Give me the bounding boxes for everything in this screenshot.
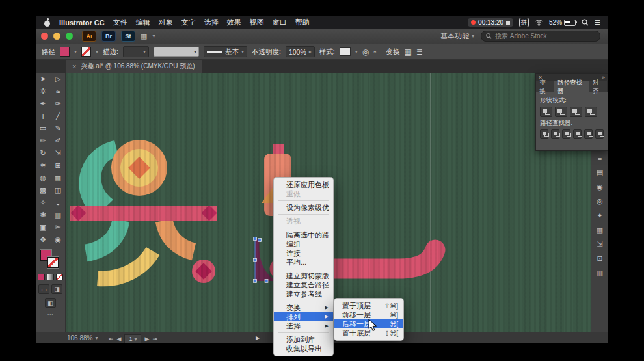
context-menu-item-collect-for-export[interactable]: 收集以导出 (274, 344, 333, 353)
trim-button[interactable] (551, 129, 559, 139)
blend-tool-icon[interactable]: ◒ (51, 196, 66, 209)
context-menu-item-add-to-library[interactable]: 添加到库 (274, 335, 333, 344)
context-menu-item-transform[interactable]: 变换▶ (274, 303, 333, 312)
direct-selection-tool-icon[interactable]: ▷ (51, 73, 66, 85)
menubar-menu-0[interactable]: 文件 (113, 18, 127, 27)
context-menu-item-make-compound-path[interactable]: 建立复合路径 (274, 280, 333, 289)
column-graph-tool-icon[interactable]: ▥ (51, 209, 66, 221)
distribute-icon[interactable]: ≣ (416, 47, 423, 57)
context-menu-item-join[interactable]: 连接 (274, 248, 333, 258)
context-menu-item-average[interactable]: 平均... (274, 258, 333, 267)
fill-color-swatch[interactable] (60, 47, 70, 57)
input-method-icon[interactable]: 拼 (519, 18, 529, 27)
spotlight-icon[interactable] (582, 19, 589, 26)
rotate-tool-icon[interactable]: ↻ (36, 147, 51, 159)
hand-tool-icon[interactable]: ✥ (36, 234, 51, 246)
symbol-sprayer-tool-icon[interactable]: ❃ (36, 209, 51, 221)
artboard-tool-icon[interactable]: ▣ (36, 221, 51, 234)
intersect-button[interactable] (570, 107, 582, 117)
shaper-tool-icon[interactable]: ✐ (51, 135, 66, 147)
curvature-tool-icon[interactable]: ✑ (51, 98, 66, 110)
gradient-tool-icon[interactable]: ◫ (51, 184, 66, 196)
menubar-menu-7[interactable]: 窗口 (273, 18, 287, 27)
context-menu-item-arrange[interactable]: 排列▶ (274, 312, 333, 321)
zoom-tool-icon[interactable]: ◉ (51, 234, 66, 246)
magic-wand-tool-icon[interactable]: ✲ (36, 85, 51, 98)
teal-leg-shape[interactable] (86, 221, 121, 253)
line-segment-tool-icon[interactable]: ╱ (51, 110, 66, 122)
context-menu-item-make-clipping-mask[interactable]: 建立剪切蒙版 (274, 271, 333, 280)
rectangle-tool-icon[interactable]: ▭ (36, 122, 51, 135)
zoom-dropdown[interactable]: 106.88% ▾ (67, 334, 98, 341)
app-menu[interactable]: Illustrator CC (59, 19, 105, 27)
document-setup-icon[interactable]: ▫ (373, 47, 376, 57)
exclude-button[interactable] (585, 107, 597, 117)
close-window-button[interactable] (41, 33, 48, 40)
wifi-icon[interactable] (535, 20, 543, 26)
toolbar-stroke-swatch[interactable] (47, 257, 59, 268)
screen-recording-indicator[interactable]: 00:13:20 (468, 18, 513, 27)
minimize-window-button[interactable] (53, 33, 60, 40)
artboard-number-dropdown[interactable]: 1 ▾ (124, 334, 141, 343)
submenu-item-send-backward[interactable]: 后移一层⌘[ (334, 319, 403, 328)
pencil-tool-icon[interactable]: ✏ (36, 135, 51, 147)
context-menu-item-make-pixel-perfect[interactable]: 设为像素级优化 (274, 203, 333, 212)
menubar-menu-3[interactable]: 文字 (181, 18, 196, 27)
submenu-item-bring-forward[interactable]: 前移一层⌘] (334, 310, 403, 319)
draw-normal-button[interactable]: ▭ (38, 284, 49, 294)
paintbrush-tool-icon[interactable]: ✎ (51, 122, 66, 135)
arrange-documents-icon[interactable]: ▦ (141, 32, 147, 40)
status-flyout-icon[interactable]: ▶ (256, 335, 260, 341)
opacity-dropdown[interactable]: 100% ▸ (286, 46, 315, 57)
lasso-tool-icon[interactable]: ≈ (51, 85, 66, 98)
variable-width-profile-dropdown[interactable]: ▾ (154, 47, 199, 57)
notification-center-icon[interactable]: ☰ (595, 19, 600, 26)
next-artboard-icon[interactable]: ▶ (144, 336, 149, 342)
draw-behind-button[interactable]: ◨ (51, 284, 62, 294)
layers-panel-icon[interactable]: ⊡ (591, 251, 608, 265)
screen-mode-button[interactable]: ◧ (45, 298, 56, 308)
export-panel-icon[interactable]: ⇲ (591, 237, 608, 251)
recolor-artwork-icon[interactable]: ◎ (362, 47, 369, 57)
pen-tool-icon[interactable]: ✒ (36, 98, 51, 110)
context-menu-item-isolate-selected-path[interactable]: 隔离选中的路径 (274, 230, 333, 239)
perspective-grid-tool-icon[interactable]: ▦ (51, 172, 66, 184)
canvas[interactable] (66, 73, 608, 332)
document-tab[interactable]: × 兴趣.ai* @ 106.88% (CMYK/GPU 预览) (66, 60, 202, 73)
stroke-color-swatch[interactable] (81, 47, 91, 57)
menubar-menu-6[interactable]: 视图 (250, 18, 264, 27)
slice-tool-icon[interactable]: ✄ (51, 221, 66, 234)
apple-menu-icon[interactable] (44, 18, 51, 27)
color-panel-icon[interactable]: ◎ (591, 194, 608, 208)
adobe-stock-search-input[interactable]: 搜索 Adobe Stock (481, 31, 600, 42)
tab-align[interactable]: 对齐 (589, 81, 608, 92)
none-button[interactable] (56, 274, 63, 280)
workspace-switcher[interactable]: 基本功能 ▾ (440, 31, 474, 41)
gradient-button[interactable] (47, 274, 54, 280)
edit-toolbar-icon[interactable]: ⋯ (36, 311, 65, 318)
type-tool-icon[interactable]: T (36, 110, 51, 122)
minus-front-button[interactable] (555, 107, 567, 117)
mesh-tool-icon[interactable]: ▩ (36, 184, 51, 196)
color-button[interactable] (38, 274, 45, 280)
artboards-panel-icon[interactable]: ▤ (591, 165, 608, 180)
context-menu-item-undo-apply-swatch[interactable]: 还原应用色板 (274, 180, 333, 189)
battery-status[interactable]: 52% (549, 19, 576, 26)
merge-button[interactable] (562, 129, 570, 139)
align-icon[interactable]: ▦ (404, 47, 411, 57)
width-tool-icon[interactable]: ≋ (36, 159, 51, 172)
brush-definition-dropdown[interactable]: 基本 ▾ (204, 46, 247, 57)
context-menu-item-group[interactable]: 编组 (274, 239, 333, 248)
pink-horizontal-bar[interactable] (70, 206, 217, 221)
first-artboard-icon[interactable]: ⇤ (109, 336, 114, 342)
menubar-menu-2[interactable]: 对象 (159, 18, 173, 27)
submenu-item-bring-to-front[interactable]: 置于顶层⇧⌘] (334, 301, 403, 310)
divide-button[interactable] (540, 129, 548, 139)
context-menu-item-make-guides[interactable]: 建立参考线 (274, 289, 333, 299)
menubar-menu-8[interactable]: 帮助 (295, 18, 310, 27)
brushes-panel-icon[interactable]: ✦ (591, 208, 608, 222)
orange-leg-shape[interactable] (164, 221, 194, 252)
menubar-menu-5[interactable]: 效果 (227, 18, 241, 27)
unite-button[interactable] (540, 107, 552, 117)
transform-panel-link[interactable]: 变换 (386, 47, 399, 57)
